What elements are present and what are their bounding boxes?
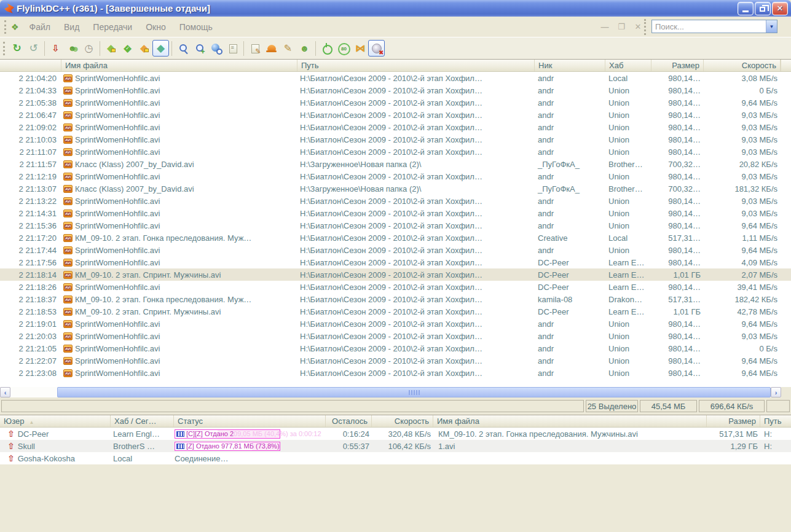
file-name-cell: SprintWomenHohfilc.avi [61,111,297,120]
edit-button[interactable] [280,40,296,57]
column-header[interactable]: Размер [651,60,704,71]
SprintWomenHohfilc.avi-button[interactable]: 2 21:23:08 SprintWomenHohfilc.avi H:\Биа… [0,367,791,379]
column-header[interactable]: Путь [760,415,791,427]
column-header[interactable]: Путь [297,60,535,71]
search-spy-button[interactable] [191,40,208,57]
column-header[interactable] [0,60,61,71]
КМ_09-10. 2 этап. Гонка преследования. Муж…-button[interactable]: 2 21:17:20 КМ_09-10. 2 этап. Гонка пресл… [0,232,791,244]
menu-item-window[interactable]: Окно [139,20,173,34]
SprintWomenHohfilc.avi-button[interactable]: 2 21:13:22 SprintWomenHohfilc.avi H:\Биа… [0,195,791,207]
mdi-restore-button[interactable]: ❐ [616,22,627,31]
avi-file-icon [63,357,73,365]
SprintWomenHohfilc.avi-button[interactable]: 2 21:11:07 SprintWomenHohfilc.avi H:\Биа… [0,146,791,158]
toolbar-grip[interactable] [3,42,5,55]
file-path-cell: H:\Биатлон\Сезон 2009 - 2010\2-й этап Хо… [297,270,535,280]
search-dropdown-button[interactable]: ▼ [766,20,777,33]
search-button[interactable] [175,40,191,57]
nick-cell: andr [535,369,605,378]
column-header[interactable]: Ник [535,60,605,71]
SprintWomenHohfilc.avi-button[interactable]: 2 21:04:33 SprintWomenHohfilc.avi H:\Биа… [0,84,791,96]
column-header[interactable]: Хаб [605,60,651,71]
scroll-right-button[interactable]: › [771,387,781,397]
column-header[interactable]: Юзер [0,415,111,427]
column-header[interactable]: Имя файла [433,415,707,427]
SprintWomenHohfilc.avi-button[interactable]: 2 21:19:01 SprintWomenHohfilc.avi H:\Биа… [0,318,791,330]
column-header[interactable]: Имя файла [61,60,297,71]
column-header[interactable]: Размер [707,415,760,427]
finished-downloads-button[interactable] [81,40,97,57]
SprintWomenHohfilc.avi-button[interactable]: 2 21:21:05 SprintWomenHohfilc.avi H:\Биа… [0,342,791,354]
SprintWomenHohfilc.avi-button[interactable]: 2 21:05:38 SprintWomenHohfilc.avi H:\Биа… [0,96,791,109]
SprintWomenHohfilc.avi-button[interactable]: 2 21:22:07 SprintWomenHohfilc.avi H:\Биа… [0,354,791,367]
time-cell: 2 21:21:05 [0,344,61,353]
SprintWomenHohfilc.avi-button[interactable]: 2 21:04:20 SprintWomenHohfilc.avi H:\Биа… [0,72,791,84]
SprintWomenHohfilc.avi-button[interactable]: 2 21:12:19 SprintWomenHohfilc.avi H:\Биа… [0,170,791,182]
minimize-button[interactable] [738,2,754,15]
SprintWomenHohfilc.avi-button[interactable]: 2 21:06:47 SprintWomenHohfilc.avi H:\Биа… [0,109,791,121]
SprintWomenHohfilc.avi-button[interactable]: 2 21:17:56 SprintWomenHohfilc.avi H:\Биа… [0,256,791,268]
SprintWomenHohfilc.avi-button[interactable]: 2 21:09:02 SprintWomenHohfilc.avi H:\Биа… [0,121,791,133]
search-input[interactable]: Поиск... [652,22,766,31]
hub-cell: Union [605,221,651,230]
refresh-button[interactable] [9,40,25,57]
file-name-cell: SprintWomenHohfilc.avi [61,172,297,181]
time-cell: 2 21:17:56 [0,258,61,267]
КМ_09-10. 2 этап. Гонка преследования. Муж…-button[interactable]: 2 21:18:37 КМ_09-10. 2 этап. Гонка пресл… [0,293,791,305]
hub-segment-cell: BrotherS … [111,442,174,451]
internet-search-button[interactable] [208,40,224,57]
hard-hat-button[interactable] [263,40,280,57]
file-path-cell: H:\Загруженное\Новая папка (2)\ [297,160,535,169]
notepad-button[interactable] [224,40,241,57]
limit-80-icon [337,42,350,55]
limit-80-button[interactable] [335,40,352,57]
Класс (Klass) 2007_by_David.avi-button[interactable]: 2 21:13:07 Класс (Klass) 2007_by_David.a… [0,182,791,195]
Класс (Klass) 2007_by_David.avi-button[interactable]: 2 21:11:57 Класс (Klass) 2007_by_David.a… [0,158,791,170]
column-header[interactable] [781,60,791,71]
scroll-thumb[interactable] [57,387,771,397]
power-button[interactable] [318,40,335,57]
green-diamond-check-button[interactable] [119,40,136,57]
column-header[interactable]: Осталось [326,415,372,427]
transfer-row[interactable]: Skull BrotherS … [Z] Отдано 977,81 МБ (7… [0,440,791,452]
orange-diamond-lock-button[interactable] [136,40,152,57]
SprintWomenHohfilc.avi-button[interactable]: 2 21:17:44 SprintWomenHohfilc.avi H:\Биа… [0,244,791,256]
green-diamond-lock-button[interactable] [103,40,119,57]
scroll-track[interactable] [10,387,57,397]
column-header[interactable]: Хаб / Сег… [111,415,174,427]
user-button[interactable] [296,40,313,57]
restore-button[interactable] [755,2,771,15]
teal-diamond-button[interactable] [152,40,169,57]
SprintWomenHohfilc.avi-button[interactable]: 2 21:14:31 SprintWomenHohfilc.avi H:\Биа… [0,207,791,219]
КМ_09-10. 2 этап. Спринт. Мужчины.avi-button[interactable]: 2 21:18:14 КМ_09-10. 2 этап. Спринт. Муж… [0,268,791,281]
reconnect-icon [28,42,40,55]
menu-item-help[interactable]: Помощь [173,20,219,34]
close-button[interactable]: ✕ [772,2,788,15]
SprintWomenHohfilc.avi-button[interactable]: 2 21:18:26 SprintWomenHohfilc.avi H:\Биа… [0,281,791,293]
download-queue-button[interactable] [47,40,64,57]
file-path-cell: H:\Биатлон\Сезон 2009 - 2010\2-й этап Хо… [297,283,535,292]
reconnect-button[interactable] [25,40,42,57]
favorite-users-button[interactable] [64,40,81,57]
scroll-left-button[interactable]: ‹ [0,387,10,397]
adl-search-button[interactable] [246,40,263,57]
menu-item-view[interactable]: Вид [57,20,86,34]
column-header[interactable]: Скорость [704,60,781,71]
transfer-row[interactable]: DC-Peer Learn Engl… [C][Z] Отдано 209,05… [0,428,791,440]
menu-item-transfers[interactable]: Передачи [86,20,139,34]
transfer-row[interactable]: Gosha-Kokosha Local Соединение… [0,452,791,464]
SprintWomenHohfilc.avi-button[interactable]: 2 21:20:03 SprintWomenHohfilc.avi H:\Биа… [0,330,791,342]
away-butterfly-button[interactable] [352,40,368,57]
avi-file-icon [63,246,73,254]
SprintWomenHohfilc.avi-button[interactable]: 2 21:10:03 SprintWomenHohfilc.avi H:\Биа… [0,133,791,146]
КМ_09-10. 2 этап. Спринт. Мужчины.avi-button[interactable]: 2 21:18:53 КМ_09-10. 2 этап. Спринт. Муж… [0,305,791,318]
finished-uploads-button[interactable] [368,40,385,57]
mdi-minimize-button[interactable]: — [599,22,610,31]
hub-cell: Union [605,86,651,95]
SprintWomenHohfilc.avi-button[interactable]: 2 21:15:36 SprintWomenHohfilc.avi H:\Биа… [0,219,791,232]
mdi-close-button[interactable]: ✕ [632,22,643,31]
menu-item-file[interactable]: Файл [23,20,57,34]
column-header[interactable]: Скорость [372,415,433,427]
column-header[interactable]: Статус [174,415,326,427]
menu-grip[interactable] [4,20,6,34]
search-combobox[interactable]: Поиск... ▼ [651,20,777,33]
